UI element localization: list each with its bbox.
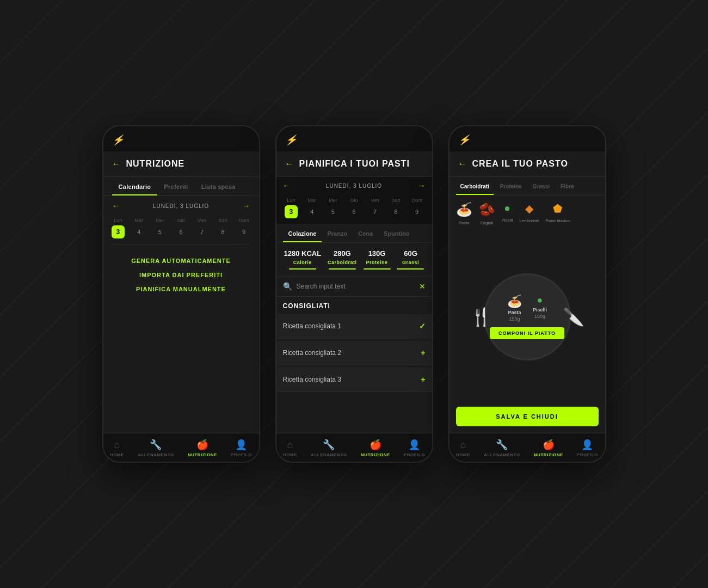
nav-nutrizione-1[interactable]: 🍎 NUTRIZIONE: [188, 439, 217, 457]
stats-row: 1280 KCAL Calorie 280G Carboidrati 130G …: [276, 243, 432, 277]
action-importa[interactable]: IMPORTA DAI PREFERITI: [139, 272, 223, 278]
meal-tab-cena[interactable]: Cena: [353, 224, 378, 242]
nav-allenamento-label-2: ALLENAMENTO: [311, 452, 347, 457]
action-pianifica[interactable]: PIANIFICA MANUALMENTE: [136, 286, 226, 292]
nav-profilo-3[interactable]: 👤 PROFILO: [577, 439, 598, 457]
page-title-2: PIANIFICA I TUOI PASTI: [299, 159, 410, 169]
meal-weekday-3[interactable]: Gio 6: [347, 198, 360, 218]
plate-item-pasta: 🍝 Pasta 150g: [507, 295, 522, 322]
pasta-name: Pasta: [458, 220, 469, 225]
stat-calorie-bar: [289, 268, 316, 270]
weekday-5[interactable]: Sab 8: [217, 218, 230, 238]
ingredient-tab-fibre[interactable]: Fibre: [556, 177, 578, 195]
stat-calorie: 1280 KCAL Calorie: [284, 249, 321, 270]
search-clear-icon[interactable]: ✕: [419, 282, 426, 291]
meal-calendar-nav: ← LUNEDÌ, 3 LUGLIO →: [276, 177, 432, 194]
nav-allenamento-1[interactable]: 🔧 ALLENAMENTO: [138, 439, 174, 457]
recipe-action-2[interactable]: +: [421, 375, 425, 384]
ingredient-fagioli[interactable]: 🫘 Fagioli: [479, 202, 495, 225]
weekdays-row-1: Lun 3 Mar 4 Mer 5 Gio 6 Ven 7: [103, 216, 259, 244]
tab-listaspesa[interactable]: Lista spesa: [195, 177, 242, 195]
profilo-icon-2: 👤: [408, 439, 420, 451]
ingredient-lenticchie[interactable]: ◆ Lenticchie: [519, 202, 539, 225]
nav-home-2[interactable]: ⌂ HOME: [283, 439, 297, 457]
meal-weekday-label-3: Gio: [350, 198, 358, 203]
weekday-6[interactable]: Dom 9: [237, 218, 250, 238]
nav-allenamento-3[interactable]: 🔧 ALLENAMENTO: [484, 439, 520, 457]
cal-next-arrow[interactable]: →: [242, 201, 250, 210]
compose-button[interactable]: COMPONI IL PIATTO: [490, 327, 564, 339]
ingredient-piselli[interactable]: ● Piselli: [502, 202, 513, 225]
meal-cal-prev[interactable]: ←: [283, 181, 291, 190]
meal-weekday-5[interactable]: Sab 8: [390, 198, 403, 218]
bottom-nav-2: ⌂ HOME 🔧 ALLENAMENTO 🍎 NUTRIZIONE 👤 PROF…: [276, 433, 432, 462]
pasta-emoji: 🍝: [456, 202, 472, 217]
weekday-4[interactable]: Ven 7: [195, 218, 208, 238]
stat-proteine-label: Proteine: [366, 260, 388, 265]
stat-proteine: 130G Proteine: [364, 249, 391, 270]
lenticchie-name: Lenticchie: [519, 218, 539, 223]
search-input-display[interactable]: Search input text: [297, 283, 415, 290]
nav-profilo-1[interactable]: 👤 PROFILO: [231, 439, 252, 457]
cal-prev-arrow[interactable]: ←: [112, 201, 120, 210]
plate-pasta-name: Pasta: [508, 310, 521, 315]
meal-weekday-2[interactable]: Mer 5: [327, 198, 340, 218]
save-close-button[interactable]: SALVA E CHIUDI: [456, 407, 599, 426]
search-bar[interactable]: 🔍 Search input text ✕: [276, 277, 432, 297]
recipe-item-0[interactable]: Ricetta consigliata 1 ✓: [276, 314, 432, 339]
recipe-item-2[interactable]: Ricetta consigliata 3 +: [276, 367, 432, 392]
search-icon: 🔍: [283, 282, 292, 291]
ingredient-pasta[interactable]: 🍝 Pasta: [456, 202, 472, 225]
meal-weekday-1[interactable]: Mar 4: [305, 198, 318, 218]
meal-tab-spuntino[interactable]: Spuntino: [378, 224, 415, 242]
stat-grassi-label: Grassi: [402, 260, 419, 265]
save-btn-bar: SALVA E CHIUDI: [450, 401, 605, 433]
weekday-1[interactable]: Mar 4: [132, 218, 145, 238]
back-arrow-2[interactable]: ←: [285, 159, 294, 169]
weekday-label-2: Mer: [156, 218, 164, 223]
nav-profilo-2[interactable]: 👤 PROFILO: [404, 439, 425, 457]
recipe-action-1[interactable]: +: [421, 348, 425, 357]
lenticchie-emoji: ◆: [525, 202, 533, 215]
nav-home-1[interactable]: ⌂ HOME: [110, 439, 124, 457]
weekday-2[interactable]: Mer 5: [153, 218, 167, 238]
tab-calendario[interactable]: Calendario: [112, 177, 158, 195]
back-arrow-3[interactable]: ←: [458, 159, 467, 169]
weekday-0[interactable]: Lun 3: [112, 218, 125, 238]
weekday-label-6: Dom: [239, 218, 249, 223]
meal-weekday-num-6: 9: [410, 205, 423, 218]
meal-weekday-0[interactable]: Lun 3: [285, 198, 298, 218]
weekday-num-2: 5: [153, 225, 167, 238]
back-arrow-1[interactable]: ←: [112, 159, 121, 169]
action-genera[interactable]: GENERA AUTOMATICAMENTE: [131, 258, 231, 264]
meal-tab-colazione[interactable]: Colazione: [283, 224, 322, 242]
ingredient-tab-proteine[interactable]: Proteine: [496, 177, 526, 195]
nav-home-3[interactable]: ⌂ HOME: [456, 439, 470, 457]
ingredient-tabs-row: Carboidrati Proteine Grassi Fibre: [450, 177, 605, 195]
meal-cal-next[interactable]: →: [417, 181, 425, 190]
nav-allenamento-2[interactable]: 🔧 ALLENAMENTO: [311, 439, 347, 457]
ingredient-tab-grassi[interactable]: Grassi: [528, 177, 554, 195]
allenamento-icon-1: 🔧: [150, 439, 162, 451]
ingredient-tab-carbo[interactable]: Carboidrati: [456, 177, 494, 195]
meal-weekday-6[interactable]: Dom 9: [410, 198, 423, 218]
nutrizione-icon-2: 🍎: [370, 439, 381, 451]
nav-nutrizione-2[interactable]: 🍎 NUTRIZIONE: [361, 439, 390, 457]
logo-3: ⚡: [458, 134, 470, 146]
tab-preferiti[interactable]: Preferiti: [157, 177, 194, 195]
stat-proteine-bar: [364, 268, 391, 270]
section-consigliati-header: CONSIGLIATI: [276, 297, 432, 313]
page-title-bar-1: ← NUTRIZIONE: [103, 151, 259, 177]
weekday-3[interactable]: Gio 6: [174, 218, 187, 238]
recipe-item-1[interactable]: Ricetta consigliata 2 +: [276, 341, 432, 365]
meal-weekday-4[interactable]: Ven 7: [368, 198, 381, 218]
ingredient-pane[interactable]: ⬟ Pane bianco: [545, 202, 569, 225]
recipe-action-0[interactable]: ✓: [419, 322, 426, 330]
meal-weekday-num-3: 6: [347, 205, 360, 218]
nav-nutrizione-3[interactable]: 🍎 NUTRIZIONE: [534, 439, 563, 457]
weekday-label-5: Sab: [219, 218, 227, 223]
meal-weekday-label-0: Lun: [287, 198, 295, 203]
logo-1: ⚡: [112, 134, 124, 146]
meal-tab-pranzo[interactable]: Pranzo: [322, 224, 353, 242]
nav-home-label-2: HOME: [283, 452, 297, 457]
